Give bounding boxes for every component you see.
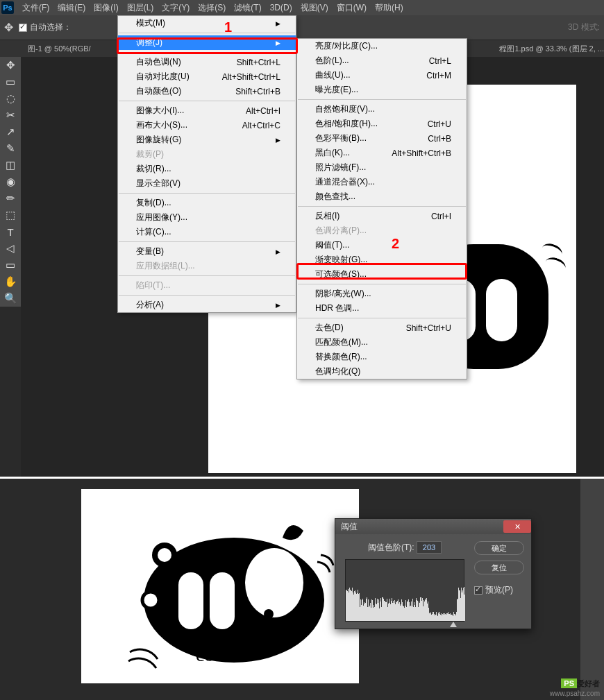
menu-help[interactable]: 帮助(H) (371, 0, 408, 16)
histogram[interactable] (345, 559, 464, 622)
menu-item[interactable]: 亮度/对比度(C)... (297, 39, 467, 53)
menu-item[interactable]: 黑白(K)...Alt+Shift+Ctrl+B (297, 146, 467, 160)
tool-zoom[interactable]: 🔍 (0, 290, 21, 307)
menu-item[interactable]: 阈值(T)... (297, 238, 467, 253)
menu-edit[interactable]: 编辑(E) (53, 0, 90, 16)
watermark-brand: PS (561, 678, 577, 688)
menu-type[interactable]: 文字(Y) (158, 0, 194, 16)
tool-eyedropper[interactable]: ↗ (0, 123, 21, 140)
menu-image[interactable]: 图像(I) (90, 0, 122, 16)
threshold-field-label: 阈值色阶(T): (368, 542, 414, 554)
menu-item[interactable]: 应用图像(Y)... (118, 210, 296, 225)
watermark-url: www.psahz.com (550, 690, 600, 697)
svg-point-3 (245, 548, 303, 617)
menu-item[interactable]: 曝光度(E)... (297, 83, 467, 97)
right-panel (580, 479, 604, 700)
photoshop-bottom-window: cooL 阈值 ✕ 阈值色阶(T): (0, 479, 604, 700)
photoshop-top-window: Ps 文件(F) 编辑(E) 图像(I) 图层(L) 文字(Y) 选择(S) 滤… (0, 0, 604, 477)
menu-item[interactable]: 图像大小(I)...Alt+Ctrl+I (118, 103, 296, 118)
watermark: PS爱好者 www.psahz.com (550, 678, 600, 697)
threshold-value-input[interactable] (417, 541, 442, 554)
menu-3d[interactable]: 3D(D) (266, 1, 296, 15)
menu-item[interactable]: 画布大小(S)...Alt+Ctrl+C (118, 118, 296, 133)
image-menu-dropdown: 模式(M)▶调整(J)▶自动色调(N)Shift+Ctrl+L自动对比度(U)A… (117, 15, 296, 313)
menu-item[interactable]: 计算(C)... (118, 225, 296, 239)
tool-clone[interactable]: ◫ (0, 157, 21, 173)
svg-point-6 (158, 548, 171, 562)
ps-logo-icon: Ps (1, 1, 14, 14)
menu-item[interactable]: 曲线(U)...Ctrl+M (297, 68, 467, 83)
tool-marquee[interactable]: ▭ (0, 74, 21, 90)
autoselect-label: 自动选择： (30, 22, 72, 33)
menu-item[interactable]: 陷印(T)... (118, 278, 296, 293)
menu-item[interactable]: 显示全部(V) (118, 176, 296, 191)
close-icon[interactable]: ✕ (503, 520, 531, 533)
threshold-dialog: 阈值 ✕ 阈值色阶(T): 确定 复位 预览(P) (335, 518, 532, 629)
autoselect-checkbox[interactable] (19, 24, 27, 32)
tool-shape[interactable]: ⬚ (0, 207, 21, 223)
svg-point-8 (142, 592, 159, 608)
tool-lasso[interactable]: ◌ (0, 90, 21, 107)
menu-item[interactable]: 自动色调(N)Shift+Ctrl+L (118, 55, 296, 69)
menu-item[interactable]: 模式(M)▶ (118, 16, 296, 31)
menu-file[interactable]: 文件(F) (18, 0, 53, 16)
menu-window[interactable]: 窗口(W) (333, 0, 371, 16)
menu-item[interactable]: 自然饱和度(V)... (297, 102, 467, 117)
menu-item[interactable]: 色调均化(Q) (297, 364, 467, 379)
callout-number-1: 1 (224, 19, 232, 35)
menu-item[interactable]: 反相(I)Ctrl+I (297, 209, 467, 223)
mode3d-label: 3D 模式: (568, 22, 600, 33)
svg-rect-1 (178, 572, 203, 629)
menu-item[interactable]: 色彩平衡(B)...Ctrl+B (297, 131, 467, 146)
menu-item[interactable]: 阴影/高光(W)... (297, 287, 467, 301)
tool-brush[interactable]: ✎ (0, 140, 21, 157)
menu-item[interactable]: 色阶(L)...Ctrl+L (297, 53, 467, 68)
menu-item[interactable]: 照片滤镜(F)... (297, 160, 467, 175)
menu-select[interactable]: 选择(S) (194, 0, 230, 16)
tool-gradient[interactable]: ◉ (0, 173, 21, 190)
menu-item[interactable]: 变量(B)▶ (118, 244, 296, 259)
doc-tab-left[interactable]: 图-1 @ 50%(RGB/ (28, 44, 91, 54)
menu-item[interactable]: 色调分离(P)... (297, 223, 467, 238)
menu-view[interactable]: 视图(V) (296, 0, 333, 16)
options-bar: ✥ 自动选择： 3D 模式: (0, 15, 604, 40)
preview-label: 预览(P) (485, 584, 513, 596)
tool-crop[interactable]: ✂ (0, 107, 21, 123)
reset-button[interactable]: 复位 (474, 561, 524, 574)
svg-point-4 (264, 609, 274, 619)
tool-pen[interactable]: ✏ (0, 190, 21, 207)
menu-item[interactable]: HDR 色调... (297, 301, 467, 316)
dialog-title: 阈值 (341, 521, 358, 533)
highlight-threshold (296, 263, 467, 280)
menu-item[interactable]: 替换颜色(R)... (297, 350, 467, 364)
tool-rect[interactable]: ▭ (0, 257, 21, 273)
menu-item[interactable]: 通道混合器(X)... (297, 175, 467, 189)
ok-button[interactable]: 确定 (474, 541, 524, 555)
svg-text:cooL: cooL (196, 644, 236, 665)
menu-item[interactable]: 自动对比度(U)Alt+Shift+Ctrl+L (118, 69, 296, 84)
menu-item[interactable]: 色相/饱和度(H)...Ctrl+U (297, 117, 467, 131)
menu-item[interactable]: 裁切(R)... (118, 162, 296, 176)
tool-type[interactable]: T (0, 223, 21, 240)
menu-item[interactable]: 去色(D)Shift+Ctrl+U (297, 321, 467, 335)
menu-item[interactable]: 应用数据组(L)... (118, 259, 296, 273)
menu-item[interactable]: 匹配颜色(M)... (297, 335, 467, 350)
artwork-thresholded: cooL (102, 496, 345, 676)
menu-item[interactable]: 自动颜色(O)Shift+Ctrl+B (118, 84, 296, 99)
menu-item[interactable]: 复制(D)... (118, 196, 296, 210)
tool-path[interactable]: ◁ (0, 240, 21, 257)
menu-item[interactable]: 分析(A)▶ (118, 298, 296, 312)
menu-filter[interactable]: 滤镜(T) (230, 0, 265, 16)
menu-item[interactable]: 颜色查找... (297, 189, 467, 204)
doc-tab-right[interactable]: 程图1.psd @ 33.3% (图层 2, ... (499, 44, 604, 54)
tool-hand[interactable]: ✋ (0, 273, 21, 290)
tool-move[interactable]: ✥ (0, 57, 21, 74)
threshold-slider-icon[interactable] (450, 622, 457, 627)
menu-layer[interactable]: 图层(L) (123, 0, 158, 16)
document-canvas-bottom[interactable]: cooL (81, 489, 359, 683)
adjustments-submenu: 亮度/对比度(C)...色阶(L)...Ctrl+L曲线(U)...Ctrl+M… (296, 38, 467, 379)
menu-item[interactable]: 裁剪(P) (118, 147, 296, 162)
preview-checkbox[interactable] (474, 586, 483, 595)
dialog-titlebar[interactable]: 阈值 ✕ (335, 519, 531, 534)
menu-item[interactable]: 图像旋转(G)▶ (118, 133, 296, 147)
